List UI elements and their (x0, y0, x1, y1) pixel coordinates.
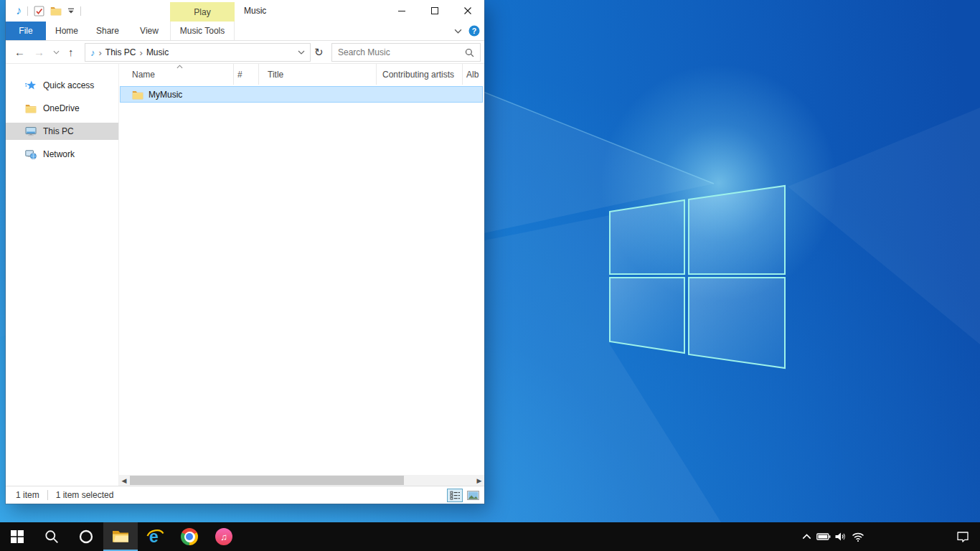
breadcrumb-music[interactable]: Music (146, 47, 169, 57)
customize-toolbar-dropdown-icon[interactable] (67, 8, 75, 14)
sidebar-item-label: OneDrive (43, 103, 80, 113)
taskbar-file-explorer-button[interactable] (103, 522, 138, 551)
wifi-icon (852, 532, 864, 542)
sort-ascending-icon (176, 65, 183, 69)
back-button[interactable]: ← (14, 47, 25, 57)
breadcrumb-chevron: › (95, 48, 105, 57)
sidebar-item-quick-access[interactable]: Quick access (6, 77, 118, 94)
properties-icon[interactable] (34, 6, 44, 17)
start-button[interactable] (0, 522, 34, 551)
column-header-number[interactable]: # (234, 64, 259, 85)
internet-explorer-icon (146, 527, 164, 546)
tab-music-tools[interactable]: Music Tools (170, 22, 235, 40)
onedrive-folder-icon (25, 103, 37, 113)
volume-tray-button[interactable] (832, 522, 849, 551)
scrollbar-thumb[interactable] (130, 476, 404, 485)
toolbar-separator (27, 6, 28, 16)
window-body: Quick access OneDrive This PC Network Na… (6, 64, 484, 486)
thumbnail-view-icon (467, 491, 479, 500)
items-count: 1 item (16, 490, 39, 500)
address-bar-row: ← → ↑ ♪ › This PC › Music ↻ (6, 41, 484, 64)
action-center-button[interactable] (946, 522, 980, 551)
network-tray-button[interactable] (849, 522, 867, 551)
this-pc-monitor-icon (25, 126, 37, 136)
column-headers: Name # Title Contributing artists Alb (119, 64, 484, 85)
help-icon[interactable] (468, 25, 480, 37)
title-bar: ♪ Play Music (6, 0, 484, 22)
forward-button[interactable]: → (34, 47, 44, 57)
sidebar-item-label: Network (43, 149, 75, 159)
folder-icon (132, 90, 143, 100)
quick-access-toolbar: ♪ (16, 0, 81, 22)
window-title: Music (244, 0, 266, 22)
navigation-buttons: ← → ↑ (14, 41, 74, 63)
tab-file[interactable]: File (6, 22, 46, 40)
taskbar-itunes-button[interactable]: ♫ (207, 522, 241, 551)
cortana-button[interactable] (69, 522, 103, 551)
file-row-mymusic[interactable]: MyMusic (120, 86, 483, 103)
window-controls (385, 0, 484, 22)
taskbar-search-button[interactable] (34, 522, 69, 551)
new-folder-icon[interactable] (50, 6, 62, 16)
quick-access-star-icon (25, 80, 37, 91)
close-button[interactable] (451, 0, 484, 22)
itunes-icon: ♫ (215, 528, 232, 545)
file-list-pane: Name # Title Contributing artists Alb My… (119, 64, 484, 486)
column-header-album[interactable]: Alb (463, 64, 484, 85)
tab-share[interactable]: Share (90, 22, 125, 40)
sidebar-item-label: This PC (43, 126, 74, 136)
address-dropdown-chevron-icon[interactable] (298, 50, 305, 55)
tab-view[interactable]: View (132, 22, 166, 40)
up-button[interactable]: ↑ (68, 47, 74, 57)
contextual-tab-play[interactable]: Play (170, 2, 235, 22)
scroll-left-arrow[interactable]: ◀ (119, 475, 129, 486)
selected-count: 1 item selected (56, 490, 114, 500)
maximize-button[interactable] (418, 0, 451, 22)
taskbar-internet-explorer-button[interactable] (138, 522, 172, 551)
tab-home[interactable]: Home (50, 22, 83, 40)
windows-start-icon (11, 530, 24, 543)
cortana-circle-icon (79, 529, 93, 544)
taskbar-chrome-button[interactable] (172, 522, 207, 551)
search-input[interactable] (332, 47, 465, 57)
search-icon (44, 529, 59, 544)
chrome-icon (181, 528, 198, 545)
scroll-right-arrow[interactable]: ▶ (474, 475, 484, 486)
sidebar-item-label: Quick access (43, 80, 94, 90)
search-icon[interactable] (465, 48, 474, 57)
battery-icon (816, 532, 831, 541)
sidebar-item-this-pc[interactable]: This PC (6, 123, 118, 140)
taskbar: ♫ (0, 522, 980, 551)
battery-tray-button[interactable] (815, 522, 832, 551)
app-music-icon: ♪ (16, 5, 22, 17)
chevron-up-icon (802, 534, 811, 540)
file-name: MyMusic (149, 90, 182, 100)
network-icon (25, 149, 37, 159)
minimize-button[interactable] (385, 0, 418, 22)
column-header-title[interactable]: Title (259, 64, 377, 85)
large-icons-view-button[interactable] (465, 489, 481, 502)
sidebar-item-network[interactable]: Network (6, 146, 118, 163)
breadcrumb-this-pc[interactable]: This PC (105, 47, 136, 57)
status-separator (47, 490, 48, 500)
address-bar[interactable]: ♪ › This PC › Music (85, 43, 311, 62)
windows-logo (610, 186, 785, 368)
breadcrumb-chevron: › (136, 48, 146, 57)
details-view-button[interactable] (447, 489, 463, 502)
recent-locations-chevron-icon[interactable] (53, 50, 60, 55)
horizontal-scrollbar[interactable]: ◀ ▶ (119, 475, 484, 486)
search-box (331, 43, 481, 62)
column-header-contributing-artists[interactable]: Contributing artists (377, 64, 463, 85)
details-view-icon (450, 491, 461, 500)
speaker-icon (834, 532, 847, 542)
sidebar-item-onedrive[interactable]: OneDrive (6, 100, 118, 117)
action-center-icon (956, 531, 969, 542)
show-hidden-icons-button[interactable] (798, 522, 815, 551)
navigation-pane: Quick access OneDrive This PC Network (6, 64, 119, 486)
status-bar: 1 item 1 item selected (6, 486, 484, 504)
toolbar-separator (80, 6, 81, 16)
minimize-ribbon-chevron-icon[interactable] (454, 29, 462, 34)
column-header-name[interactable]: Name (119, 64, 234, 85)
refresh-button[interactable]: ↻ (314, 41, 324, 63)
file-explorer-window: ♪ Play Music File Home Share View Music … (6, 0, 484, 504)
